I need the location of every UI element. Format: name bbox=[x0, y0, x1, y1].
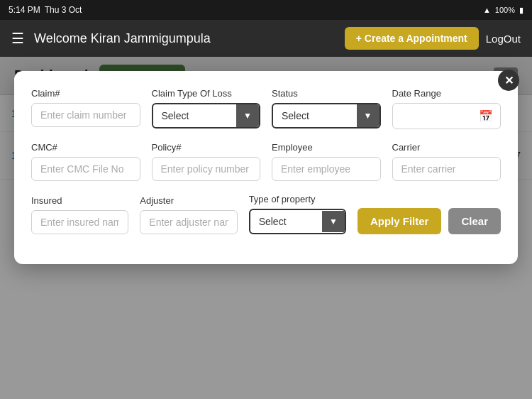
clear-button[interactable]: Clear bbox=[448, 208, 501, 234]
hamburger-icon[interactable]: ☰ bbox=[11, 30, 24, 47]
status-select[interactable]: Select Active Inactive bbox=[273, 104, 357, 127]
cmc-group: CMC# bbox=[31, 142, 140, 181]
insured-label: Insured bbox=[31, 195, 128, 206]
battery-icon: ▮ bbox=[519, 6, 523, 15]
date-range-wrapper[interactable]: 📅 bbox=[392, 103, 501, 129]
cmc-label: CMC# bbox=[31, 142, 140, 153]
claim-type-group: Claim Type Of Loss Select Option 1 Optio… bbox=[152, 88, 261, 129]
status-day: Thu 3 Oct bbox=[45, 5, 82, 15]
claim-number-group: Claim# bbox=[31, 88, 140, 129]
create-appointment-button[interactable]: + Create a Appointment bbox=[345, 27, 479, 50]
policy-label: Policy# bbox=[152, 142, 261, 153]
claim-number-label: Claim# bbox=[31, 88, 140, 99]
insured-input[interactable] bbox=[31, 210, 128, 234]
employee-group: Employee bbox=[272, 142, 381, 181]
cmc-input[interactable] bbox=[31, 157, 140, 181]
carrier-label: Carrier bbox=[392, 142, 501, 153]
adjuster-input[interactable] bbox=[140, 210, 237, 234]
claim-type-arrow[interactable]: ▼ bbox=[236, 104, 259, 127]
claim-type-label: Claim Type Of Loss bbox=[152, 88, 261, 99]
status-group: Status Select Active Inactive ▼ bbox=[272, 88, 381, 129]
policy-group: Policy# bbox=[152, 142, 261, 181]
date-range-input[interactable] bbox=[393, 105, 472, 128]
form-row-2: CMC# Policy# Employee Carrier bbox=[31, 142, 501, 181]
battery-text: 100% bbox=[495, 6, 515, 14]
apply-filter-button[interactable]: Apply Filter bbox=[358, 208, 442, 234]
claim-number-input[interactable] bbox=[31, 103, 140, 127]
status-arrow[interactable]: ▼ bbox=[357, 104, 379, 127]
date-range-label: Date Range bbox=[392, 88, 501, 99]
insured-group: Insured bbox=[31, 195, 128, 234]
filter-modal: ✕ Claim# Claim Type Of Loss Select Optio… bbox=[14, 71, 518, 264]
logout-button[interactable]: LogOut bbox=[486, 33, 521, 45]
status-label: Status bbox=[272, 88, 381, 99]
top-nav: ☰ Welcome Kiran Jammigumpula + Create a … bbox=[0, 20, 532, 57]
welcome-text: Welcome Kiran Jammigumpula bbox=[34, 31, 211, 46]
modal-close-button[interactable]: ✕ bbox=[498, 70, 519, 91]
policy-input[interactable] bbox=[152, 157, 261, 181]
carrier-input[interactable] bbox=[392, 157, 501, 181]
adjuster-label: Adjuster bbox=[140, 195, 237, 206]
form-row-1: Claim# Claim Type Of Loss Select Option … bbox=[31, 88, 501, 129]
claim-type-select-wrapper[interactable]: Select Option 1 Option 2 ▼ bbox=[152, 103, 261, 129]
type-property-select[interactable]: Select Residential Commercial bbox=[250, 210, 322, 233]
type-property-select-wrapper[interactable]: Select Residential Commercial ▼ bbox=[249, 209, 346, 234]
status-bar: 5:14 PM Thu 3 Oct ▲ 100% ▮ bbox=[0, 0, 532, 20]
type-property-arrow[interactable]: ▼ bbox=[322, 211, 345, 232]
type-property-label: Type of property bbox=[249, 194, 346, 204]
status-select-wrapper[interactable]: Select Active Inactive ▼ bbox=[272, 103, 381, 129]
carrier-group: Carrier bbox=[392, 142, 501, 181]
claim-type-select[interactable]: Select Option 1 Option 2 bbox=[153, 104, 237, 127]
calendar-icon: 📅 bbox=[472, 104, 500, 129]
modal-overlay: ✕ Claim# Claim Type Of Loss Select Optio… bbox=[0, 57, 532, 399]
adjuster-group: Adjuster bbox=[140, 195, 237, 234]
wifi-icon: ▲ bbox=[483, 6, 491, 14]
type-property-group: Type of property Select Residential Comm… bbox=[249, 194, 346, 234]
form-row-3: Insured Adjuster Type of property Select… bbox=[31, 194, 501, 234]
status-time: 5:14 PM bbox=[9, 5, 40, 15]
date-range-group: Date Range 📅 bbox=[392, 88, 501, 129]
employee-label: Employee bbox=[272, 142, 381, 153]
employee-input[interactable] bbox=[272, 157, 381, 181]
